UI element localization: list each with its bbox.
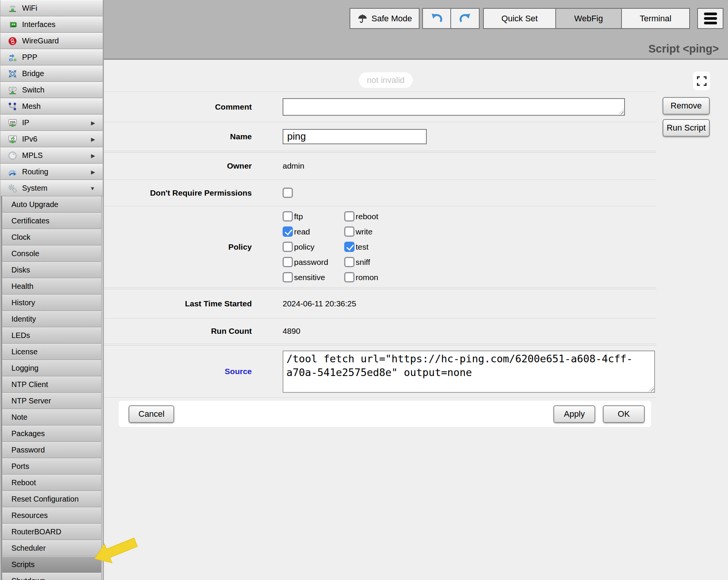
- remove-button[interactable]: Remove: [663, 97, 710, 115]
- tab-webfig[interactable]: WebFig: [555, 8, 622, 29]
- run-count-value: 4890: [283, 327, 300, 336]
- sidebar-item-routing[interactable]: Routing ▶: [0, 164, 103, 180]
- redo-button[interactable]: [450, 8, 480, 29]
- sidebar-item-health[interactable]: Health: [2, 278, 102, 295]
- system-submenu: Auto Upgrade Certificates Clock Console …: [1, 196, 102, 580]
- header-band: Safe Mode Quick Set WebFig Terminal Scri…: [104, 0, 728, 60]
- ok-button[interactable]: OK: [603, 405, 645, 423]
- sidebar-item-identity[interactable]: Identity: [2, 311, 102, 327]
- ip-icon: 255: [7, 117, 18, 129]
- checkbox-sensitive[interactable]: [283, 272, 293, 282]
- tab-terminal[interactable]: Terminal: [621, 8, 690, 29]
- sidebar-item-ntp-client[interactable]: NTP Client: [2, 376, 102, 393]
- undo-button[interactable]: [422, 8, 451, 29]
- wireguard-icon: [7, 35, 18, 47]
- svg-text:v6: v6: [10, 136, 15, 140]
- sidebar-item-label: IPv6: [22, 135, 37, 143]
- owner-label: Owner: [104, 161, 252, 170]
- submenu-arrow-right-icon: ▶: [91, 169, 95, 175]
- name-row: Name: [104, 122, 656, 151]
- checkbox-policy[interactable]: [283, 242, 293, 252]
- switch-icon: [7, 84, 18, 96]
- sidebar-item-license[interactable]: License: [2, 344, 102, 360]
- apply-button[interactable]: Apply: [553, 405, 595, 423]
- checkbox-romon[interactable]: [344, 272, 354, 282]
- sidebar-item-password[interactable]: Password: [2, 442, 102, 458]
- sidebar-item-scripts[interactable]: Scripts: [2, 556, 102, 573]
- hamburger-icon: [704, 12, 717, 25]
- sidebar-item-routerboard[interactable]: RouterBOARD: [2, 524, 102, 540]
- sidebar-item-shutdown[interactable]: Shutdown: [2, 573, 102, 580]
- source-row: Source /tool fetch url="https://hc-ping.…: [104, 345, 656, 398]
- sidebar-item-logging[interactable]: Logging: [2, 360, 102, 376]
- sidebar-item-label: Mesh: [22, 102, 41, 111]
- sidebar-item-system[interactable]: System ▼: [0, 180, 103, 196]
- bridge-icon: [7, 68, 18, 80]
- source-label: Source: [104, 367, 252, 376]
- sidebar-item-resources[interactable]: Resources: [2, 507, 102, 524]
- dont-require-permissions-label: Don't Require Permissions: [104, 188, 252, 198]
- sidebar-item-packages[interactable]: Packages: [2, 425, 102, 442]
- sidebar-item-reset-configuration[interactable]: Reset Configuration: [2, 491, 102, 507]
- sidebar-item-leds[interactable]: LEDs: [2, 327, 102, 344]
- routing-icon: [7, 166, 18, 178]
- checkbox-sniff[interactable]: [344, 257, 354, 267]
- source-textarea[interactable]: /tool fetch url="https://hc-ping.com/620…: [283, 351, 655, 393]
- checkbox-reboot[interactable]: [344, 211, 354, 221]
- owner-value: admin: [283, 161, 304, 170]
- sidebar-item-reboot[interactable]: Reboot: [2, 475, 102, 491]
- sidebar-item-label: Bridge: [22, 69, 44, 78]
- sidebar-item-wireguard[interactable]: WireGuard: [0, 33, 103, 49]
- checkbox-password[interactable]: [283, 257, 293, 267]
- submenu-arrow-right-icon: ▶: [91, 136, 95, 142]
- svg-text:255: 255: [10, 120, 15, 124]
- status-badge: not invalid: [359, 72, 413, 88]
- sidebar-item-ipv6[interactable]: v6 IPv6 ▶: [0, 131, 103, 147]
- sidebar-item-label: System: [22, 184, 48, 193]
- cancel-button[interactable]: Cancel: [129, 405, 174, 423]
- sidebar-item-clock[interactable]: Clock: [2, 229, 102, 245]
- fullscreen-icon: [696, 75, 707, 87]
- sidebar-item-label: WireGuard: [22, 37, 59, 45]
- sidebar-item-label: Switch: [22, 86, 45, 94]
- sidebar-item-ntp-server[interactable]: NTP Server: [2, 393, 102, 409]
- sidebar-item-switch[interactable]: Switch: [0, 82, 103, 98]
- checkbox-read[interactable]: [283, 226, 293, 237]
- tab-quick-set[interactable]: Quick Set: [483, 8, 556, 29]
- sidebar-item-label: WiFi: [22, 4, 37, 13]
- sidebar-item-certificates[interactable]: Certificates: [2, 213, 102, 229]
- sidebar: WiFi Interfaces WireGuard PPP Bridge Swi…: [0, 0, 104, 580]
- sidebar-item-mpls[interactable]: MPLS ▶: [0, 147, 103, 164]
- sidebar-item-history[interactable]: History: [2, 295, 102, 311]
- sidebar-item-scheduler[interactable]: Scheduler: [2, 540, 102, 556]
- sidebar-item-ports[interactable]: Ports: [2, 458, 102, 475]
- checkbox-test[interactable]: [344, 242, 354, 252]
- sidebar-item-label: MPLS: [22, 151, 43, 160]
- menu-button[interactable]: [697, 8, 723, 29]
- sidebar-item-note[interactable]: Note: [2, 409, 102, 425]
- checkbox-ftp[interactable]: [283, 211, 293, 221]
- run-script-button[interactable]: Run Script: [663, 119, 710, 137]
- sidebar-item-disks[interactable]: Disks: [2, 262, 102, 278]
- sidebar-item-label: Interfaces: [22, 20, 56, 29]
- comment-input[interactable]: [283, 98, 625, 116]
- sidebar-item-console[interactable]: Console: [2, 245, 102, 262]
- sidebar-item-wifi[interactable]: WiFi: [0, 0, 103, 16]
- submenu-arrow-down-icon: ▼: [90, 185, 95, 191]
- sidebar-item-interfaces[interactable]: Interfaces: [0, 16, 103, 33]
- submenu-arrow-right-icon: ▶: [91, 120, 95, 126]
- sidebar-item-bridge[interactable]: Bridge: [0, 65, 103, 82]
- checkbox-write[interactable]: [344, 226, 354, 237]
- sidebar-item-ip[interactable]: 255 IP ▶: [0, 115, 103, 131]
- last-time-started-row: Last Time Started 2024-06-11 20:36:25: [104, 289, 656, 319]
- name-input[interactable]: [283, 129, 427, 144]
- umbrella-icon: [357, 13, 368, 24]
- safe-mode-button[interactable]: Safe Mode: [350, 8, 420, 29]
- dont-require-permissions-checkbox[interactable]: [283, 188, 293, 198]
- sidebar-item-ppp[interactable]: PPP: [0, 49, 103, 65]
- sidebar-item-mesh[interactable]: Mesh: [0, 98, 103, 115]
- sidebar-item-auto-upgrade[interactable]: Auto Upgrade: [2, 196, 102, 213]
- sidebar-item-label: Routing: [22, 167, 48, 176]
- interfaces-icon: [7, 19, 18, 30]
- fullscreen-button[interactable]: [693, 72, 710, 90]
